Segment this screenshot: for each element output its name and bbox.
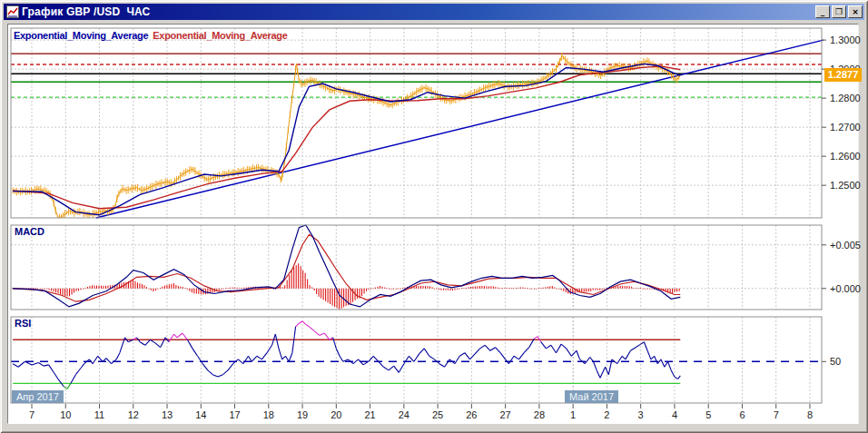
rsi-line-segment [455, 356, 460, 363]
rsi-line-segment [49, 365, 54, 372]
legend-ema-slow: Exponential_Moving_Average [153, 30, 287, 41]
rsi-line-segment [98, 356, 104, 361]
rsi-line-segment [299, 321, 302, 323]
rsi-line-segment [534, 337, 538, 340]
rsi-line-segment [18, 361, 25, 367]
rsi-line-segment [439, 364, 445, 368]
rsi-line-segment [655, 356, 658, 363]
x-axis-label: 7 [29, 409, 35, 420]
trend-line [96, 40, 824, 218]
rsi-line-segment [336, 349, 340, 356]
x-axis-label: 25 [432, 409, 443, 420]
x-axis-label: 7 [774, 409, 779, 420]
rsi-line-segment [459, 353, 465, 357]
rsi-line-segment [594, 361, 597, 370]
rsi-line-segment [373, 356, 379, 361]
x-axis-label: 20 [330, 409, 341, 420]
y-axis-label: 1.2800 [830, 93, 861, 103]
y-axis-label: 1.3000 [830, 34, 861, 45]
rsi-line-segment [324, 333, 330, 340]
rsi-line-segment [257, 356, 262, 359]
rsi-line-segment [597, 370, 600, 378]
rsi-line-segment [106, 359, 112, 364]
rsi-line-segment [198, 356, 203, 363]
rsi-line-segment [590, 358, 594, 362]
rsi-line-segment [320, 333, 325, 335]
y-axis-label: 50 [830, 356, 841, 367]
x-axis-label: 11 [94, 409, 104, 420]
rsi-line-segment [508, 356, 514, 363]
rsi-line-segment [93, 356, 98, 363]
x-axis-label: 27 [500, 409, 511, 420]
rsi-line-segment [567, 349, 572, 356]
rsi-line-segment [546, 345, 551, 349]
x-axis-label: 17 [229, 409, 240, 420]
rsi-line-segment [636, 344, 641, 348]
rsi-line-segment [340, 356, 343, 361]
rsi-line-segment [187, 340, 192, 349]
month-badge-april: Апр 2017 [12, 390, 64, 403]
rsi-line-segment [161, 338, 166, 348]
rsi-line-segment [13, 364, 18, 368]
rsi-line-segment [282, 356, 286, 359]
rsi-line-segment [306, 324, 310, 326]
rsi-line-segment [577, 350, 580, 359]
x-axis-label: 19 [297, 409, 308, 420]
rsi-line-segment [419, 349, 425, 354]
x-axis-label: 2 [604, 409, 609, 420]
rsi-line-segment [228, 364, 233, 370]
rsi-line-segment [414, 354, 419, 361]
rsi-line-segment [310, 327, 315, 331]
rsi-line-segment [647, 350, 651, 359]
y-axis-label: +0.000 [830, 283, 861, 294]
rsi-line-segment [600, 367, 606, 378]
rsi-line-segment [409, 356, 414, 361]
rsi-line-segment [514, 356, 519, 359]
rsi-line-segment [192, 349, 198, 356]
rsi-line-segment [369, 356, 374, 361]
rsi-line-segment [651, 356, 655, 359]
rsi-line-segment [67, 383, 71, 389]
rsi-line-segment [644, 342, 647, 351]
rsi-line-segment [470, 354, 476, 359]
rsi-line-segment [641, 342, 645, 344]
indicator-legend: Exponential_Moving_AverageExponential_Mo… [14, 30, 288, 41]
rsi-line-segment [490, 348, 496, 351]
y-axis-label: 1.2700 [830, 122, 861, 133]
rsi-line-segment [675, 377, 678, 379]
ema-slow-line [13, 66, 680, 209]
rsi-line-segment [223, 370, 229, 375]
rsi-line-segment [626, 350, 631, 359]
y-axis-label: 1.2600 [830, 151, 861, 162]
rsi-line-segment [519, 353, 525, 359]
x-axis-label: 21 [364, 409, 375, 420]
rsi-line-segment [465, 353, 470, 359]
rsi-line-segment [384, 367, 390, 370]
macd-line [13, 225, 680, 307]
rsi-line-segment [289, 353, 292, 362]
rsi-line-segment [617, 356, 623, 363]
rsi-line-segment [252, 356, 257, 361]
x-axis-label: 28 [534, 409, 545, 420]
legend-ema-fast: Exponential_Moving_Average [14, 30, 148, 41]
rsi-line-segment [678, 376, 681, 379]
x-axis-label: 14 [195, 409, 206, 420]
rsi-line-segment [212, 375, 218, 377]
rsi-line-segment [551, 345, 557, 352]
rsi-line-segment [665, 361, 668, 367]
rsi-line-segment [169, 334, 174, 342]
x-axis-label: 13 [162, 409, 173, 420]
rsi-line-segment [285, 356, 289, 361]
rsi-line-segment [429, 356, 435, 359]
rsi-line-segment [424, 349, 429, 356]
x-axis-label: 12 [128, 409, 139, 420]
rsi-line-segment [140, 342, 145, 346]
rsi-line-segment [585, 358, 590, 364]
rsi-line-segment [243, 356, 249, 363]
rsi-line-segment [500, 353, 506, 359]
x-axis-label: 5 [705, 409, 711, 420]
rsi-line-segment [182, 333, 188, 340]
chart-canvas[interactable]: 1.30001.29001.28001.27001.26001.2500+0.0… [0, 0, 868, 433]
x-axis-label: 18 [263, 409, 274, 420]
rsi-line-segment [75, 369, 81, 375]
